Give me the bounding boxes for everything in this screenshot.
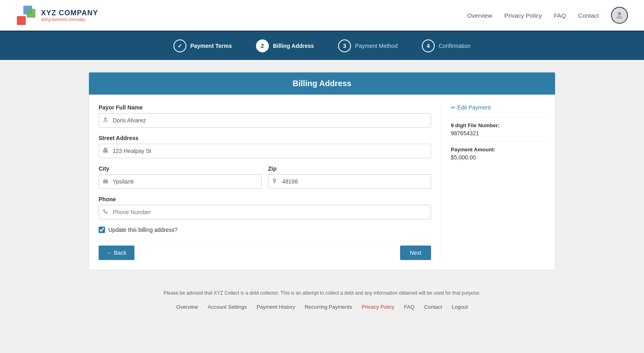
step-confirmation: 4 Confirmation (422, 39, 471, 52)
footer-disclaimer: Please be advised that XYZ Collect is a … (0, 282, 644, 300)
step-payment-terms: ✓ Payment Terms (173, 39, 232, 52)
footer-nav-contact[interactable]: Contact (424, 304, 442, 310)
zip-group: Zip (268, 165, 431, 189)
svg-rect-8 (106, 182, 107, 184)
street-icon (103, 148, 108, 155)
zip-input[interactable] (268, 174, 431, 189)
footer-nav: Overview Account Settings Payment Histor… (0, 300, 644, 318)
footer-nav-account-settings[interactable]: Account Settings (208, 304, 247, 310)
svg-rect-5 (103, 150, 108, 153)
phone-input-wrapper (99, 205, 431, 219)
step-payment-method: 3 Payment Method (338, 39, 398, 52)
payor-label: Payor Full Name (99, 104, 431, 111)
street-group: Street Address (99, 135, 431, 158)
svg-rect-2 (17, 16, 26, 25)
sidebar-section: ✏ Edit Payment 9 digit File Number: 9876… (441, 104, 545, 260)
form-actions: ← Back Next (99, 241, 431, 260)
update-billing-checkbox[interactable] (99, 227, 105, 233)
card-header: Billing Address (89, 72, 555, 95)
step1-label: Payment Terms (190, 43, 232, 49)
back-button[interactable]: ← Back (99, 246, 134, 260)
logo-area: XYZ COMPANY doing business everyday (16, 5, 98, 26)
step2-circle: 2 (256, 39, 269, 52)
step1-circle: ✓ (173, 39, 186, 52)
footer-nav-privacy-policy[interactable]: Privacy Policy (362, 304, 394, 310)
nav-privacy-policy[interactable]: Privacy Policy (504, 12, 542, 19)
phone-input[interactable] (99, 205, 431, 219)
step4-circle: 4 (422, 39, 435, 52)
footer-nav-payment-history[interactable]: Payment History (257, 304, 295, 310)
payor-input[interactable] (99, 113, 431, 128)
city-group: City (99, 165, 262, 189)
header-nav: Overview Privacy Policy FAQ Contact (467, 7, 628, 24)
svg-rect-1 (27, 9, 35, 18)
header: XYZ COMPANY doing business everyday Over… (0, 0, 644, 32)
progress-bar: ✓ Payment Terms 2 Billing Address 3 Paym… (0, 32, 644, 60)
svg-point-9 (274, 180, 275, 181)
card-body: Payor Full Name Street Address (89, 95, 555, 270)
nav-overview[interactable]: Overview (467, 12, 492, 19)
card-title: Billing Address (293, 79, 351, 88)
footer-nav-recurring-payments[interactable]: Recurring Payments (305, 304, 352, 310)
sidebar-divider-1 (451, 117, 545, 118)
company-name: XYZ COMPANY (41, 9, 98, 17)
logo-text: XYZ COMPANY doing business everyday (41, 9, 98, 22)
update-checkbox-group: Update this billing address? (99, 227, 431, 233)
file-number-label: 9 digit File Number: (451, 122, 545, 128)
next-button[interactable]: Next (400, 246, 431, 260)
edit-payment-link[interactable]: ✏ Edit Payment (451, 104, 545, 111)
step4-label: Confirmation (439, 43, 471, 49)
street-input-wrapper (99, 144, 431, 158)
update-billing-label: Update this billing address? (108, 227, 178, 233)
footer-nav-logout[interactable]: Logout (452, 304, 468, 310)
street-input[interactable] (99, 144, 431, 158)
payment-amount-value: $5,000.00 (451, 154, 545, 161)
sidebar-divider-2 (451, 141, 545, 142)
svg-point-3 (618, 12, 621, 15)
city-icon (103, 178, 108, 185)
nav-contact[interactable]: Contact (578, 12, 599, 19)
form-section: Payor Full Name Street Address (99, 104, 431, 260)
city-zip-row: City Zip (99, 165, 431, 196)
city-label: City (99, 165, 262, 172)
file-number-value: 987654321 (451, 130, 545, 136)
main-content: Billing Address Payor Full Name Street A… (0, 60, 644, 282)
payor-group: Payor Full Name (99, 104, 431, 128)
city-input-wrapper (99, 174, 262, 189)
payment-amount-label: Payment Amount: (451, 147, 545, 153)
nav-faq[interactable]: FAQ (554, 12, 566, 19)
zip-icon (272, 178, 277, 185)
svg-rect-7 (104, 182, 105, 184)
footer-nav-faq[interactable]: FAQ (404, 304, 415, 310)
city-input[interactable] (99, 174, 262, 189)
logo-icon (16, 5, 37, 26)
step-billing-address: 2 Billing Address (256, 39, 314, 52)
phone-label: Phone (99, 196, 431, 202)
step3-circle: 3 (338, 39, 351, 52)
footer-nav-overview[interactable]: Overview (176, 304, 198, 310)
payor-input-wrapper (99, 113, 431, 128)
phone-group: Phone (99, 196, 431, 219)
svg-point-4 (104, 118, 107, 120)
billing-address-card: Billing Address Payor Full Name Street A… (89, 72, 555, 270)
tagline: doing business everyday (41, 17, 98, 22)
zip-label: Zip (268, 165, 431, 172)
avatar[interactable] (611, 7, 628, 24)
street-label: Street Address (99, 135, 431, 141)
svg-rect-6 (103, 180, 108, 184)
step3-label: Payment Method (355, 43, 398, 49)
zip-input-wrapper (268, 174, 431, 189)
payor-icon (103, 117, 108, 124)
step2-label: Billing Address (273, 43, 314, 49)
phone-icon (103, 209, 108, 215)
